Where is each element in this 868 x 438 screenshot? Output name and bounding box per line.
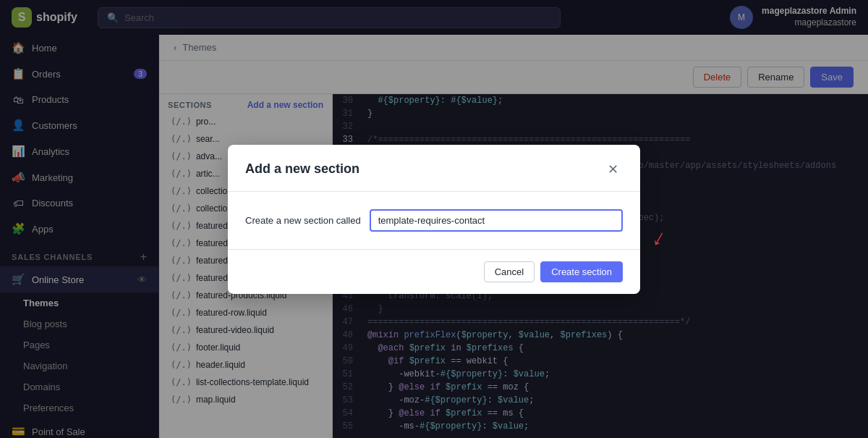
modal-title: Add a new section bbox=[245, 161, 359, 177]
modal-footer: Cancel Create section bbox=[228, 249, 640, 294]
modal-close-button[interactable]: ✕ bbox=[603, 159, 623, 180]
modal-form: Create a new section called bbox=[245, 209, 623, 232]
arrow-indicator: ↓ bbox=[648, 223, 671, 252]
modal-body: Create a new section called bbox=[228, 192, 640, 249]
modal-overlay[interactable]: Add a new section ✕ Create a new section… bbox=[0, 0, 868, 438]
cancel-button[interactable]: Cancel bbox=[484, 261, 535, 282]
modal-form-label: Create a new section called bbox=[245, 215, 361, 226]
add-section-modal: Add a new section ✕ Create a new section… bbox=[228, 145, 640, 294]
section-name-input[interactable] bbox=[370, 209, 623, 232]
create-section-button[interactable]: Create section bbox=[540, 261, 623, 282]
modal-header: Add a new section ✕ bbox=[228, 145, 640, 192]
